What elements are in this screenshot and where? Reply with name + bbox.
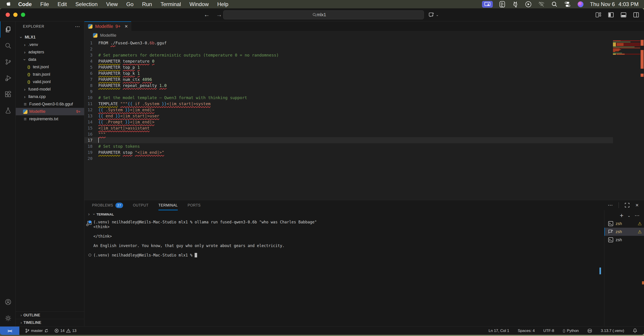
terminal-section-header[interactable]: › TERMINAL (84, 210, 644, 218)
customize-layout-icon[interactable] (596, 12, 601, 18)
language-mode-item[interactable]: {} Python (563, 328, 579, 333)
menu-item-edit[interactable]: Edit (53, 1, 71, 8)
ollama-icon[interactable] (512, 1, 519, 8)
close-tab-icon[interactable]: × (125, 23, 128, 30)
code-line-20[interactable]: 20 (84, 155, 613, 161)
notifications-bell-icon[interactable] (633, 328, 637, 333)
siri-icon[interactable] (577, 1, 584, 8)
cursor-position-item[interactable]: Ln 17, Col 1 (488, 328, 509, 333)
code-line-5[interactable]: 5PARAMETER top_p 1 (84, 64, 613, 70)
menu-item-window[interactable]: Window (185, 1, 213, 8)
code-line-6[interactable]: 6PARAMETER top_k 1 (84, 70, 613, 76)
spotlight-icon[interactable] (551, 1, 558, 8)
explorer-item-train.jsonl[interactable]: {}train.jsonl (16, 71, 84, 78)
toggle-secondary-sidebar-icon[interactable] (633, 12, 639, 18)
run-debug-activity-icon[interactable] (0, 70, 16, 86)
code-line-7[interactable]: 7PARAMETER num_ctx 4096 (84, 76, 613, 82)
panel-tab-terminal[interactable]: TERMINAL (158, 200, 178, 210)
copilot-icon[interactable] (587, 328, 592, 333)
editor[interactable]: 1FROM ./Fused-Qwen3-0.6b.gguf23# Set par… (84, 40, 644, 200)
settings-gear-icon[interactable] (0, 310, 16, 326)
terminal-content[interactable]: (.venv) neilhaddley@Neils-Mac-Studio mlx… (94, 220, 604, 326)
panel-more-actions-icon[interactable]: ⋯ (608, 202, 613, 208)
menu-item-file[interactable]: File (36, 1, 53, 8)
code-line-3[interactable]: 3# Set parameters for deterministic outp… (84, 52, 613, 58)
explorer-item-llama.cpp[interactable]: ›llama.cpp (16, 93, 84, 100)
panel-tab-problems[interactable]: PROBLEMS 27 (92, 200, 123, 210)
play-circle-icon[interactable] (525, 1, 532, 8)
toggle-primary-sidebar-icon[interactable] (608, 12, 614, 18)
code-line-13[interactable]: 13{{ end }}<|im_start|>user (84, 113, 613, 119)
code-line-4[interactable]: 4PARAMETER temperature 0 (84, 58, 613, 64)
account-icon[interactable] (0, 294, 16, 310)
explorer-item-requirements.txt[interactable]: ≡requirements.txt (16, 115, 84, 123)
command-center-search[interactable] (223, 10, 424, 19)
explorer-activity-icon[interactable] (0, 22, 16, 38)
menu-bar-clock[interactable]: Thu Nov 6 4:03 PM (590, 1, 638, 8)
terminal-scrollbar[interactable] (600, 267, 601, 274)
panel-tab-ports[interactable]: PORTS (188, 200, 201, 210)
search-activity-icon[interactable] (0, 38, 16, 54)
tab-modelfile[interactable]: Modelfile 9+ × (84, 22, 131, 31)
encoding-item[interactable]: UTF-8 (544, 328, 554, 333)
code-line-12[interactable]: 12{{ .System }}<|im_end|> (84, 107, 613, 113)
code-line-15[interactable]: 15<|im_start|>assistant (84, 125, 613, 131)
code-line-16[interactable]: 16""" (84, 131, 613, 137)
code-line-19[interactable]: 19PARAMETER stop "<|im_end|>" (84, 149, 613, 155)
breadcrumb[interactable]: Modelfile (84, 31, 644, 40)
explorer-item-.venv[interactable]: ›.venv (16, 41, 84, 49)
menu-item-run[interactable]: Run (138, 1, 156, 8)
python-interpreter-item[interactable]: 3.13.7 (.venv) (601, 328, 624, 333)
menu-item-code[interactable]: Code (14, 1, 36, 8)
notes-icon[interactable] (499, 1, 506, 8)
code-line-9[interactable]: 9 (84, 89, 613, 95)
search-input[interactable] (316, 12, 334, 17)
code-line-17[interactable]: 17 (84, 137, 613, 143)
apple-icon[interactable] (6, 2, 11, 7)
problems-status-item[interactable]: 14 13 (54, 328, 76, 333)
maximize-panel-icon[interactable] (625, 203, 630, 208)
command-pending-decoration[interactable] (88, 254, 91, 256)
new-terminal-button[interactable]: + (620, 212, 623, 219)
testing-activity-icon[interactable] (0, 103, 16, 119)
timeline-section[interactable]: ›TIMELINE (16, 319, 84, 326)
minimize-window-button[interactable] (13, 13, 18, 17)
source-control-activity-icon[interactable] (0, 54, 16, 70)
remote-indicator[interactable]: >< (0, 326, 19, 335)
terminal-tab-zsh-2[interactable]: zsh ⚠ (604, 228, 644, 236)
minimap[interactable] (613, 40, 640, 200)
panel-chevron-icon[interactable]: › (88, 211, 90, 217)
screen-mirroring-icon[interactable] (482, 1, 493, 8)
wifi-off-icon[interactable] (538, 1, 545, 8)
outline-section[interactable]: ›OUTLINE (16, 311, 84, 319)
terminal-more-actions-icon[interactable]: ⋯ (634, 213, 640, 218)
indentation-item[interactable]: Spaces: 4 (518, 328, 535, 333)
explorer-item-modelfile[interactable]: Modelfile9+ (16, 108, 84, 115)
panel-tab-output[interactable]: OUTPUT (133, 200, 148, 210)
explorer-item-fused-qwen3-0.6b.gguf[interactable]: ≡Fused-Qwen3-0.6b.gguf (16, 100, 84, 108)
code-line-8[interactable]: 8PARAMETER repeat_penalty 1.0 (84, 82, 613, 89)
explorer-more-actions-icon[interactable]: ⋯ (75, 24, 80, 30)
code-line-18[interactable]: 18# Set stop tokens (84, 143, 613, 149)
menu-item-terminal[interactable]: Terminal (156, 1, 185, 8)
code-line-14[interactable]: 14{{ .Prompt }}<|im_end|> (84, 119, 613, 125)
maximize-window-button[interactable] (21, 13, 25, 17)
git-branch-item[interactable]: master (25, 328, 48, 333)
explorer-item-test.jsonl[interactable]: {}test.jsonl (16, 63, 84, 71)
menu-item-view[interactable]: View (102, 1, 122, 8)
code-line-10[interactable]: 10# Set the model template – Qwen3 forma… (84, 95, 613, 101)
terminal-tab-zsh-1[interactable]: zsh ⚠ (604, 220, 644, 228)
copilot-command-icon[interactable]: ⌄ (429, 12, 439, 18)
control-center-icon[interactable] (564, 1, 571, 8)
code-line-1[interactable]: 1FROM ./Fused-Qwen3-0.6b.gguf (84, 40, 613, 46)
toggle-panel-icon[interactable] (620, 12, 626, 18)
navigate-back-button[interactable]: ← (204, 11, 210, 18)
explorer-item-valid.jsonl[interactable]: {}valid.jsonl (16, 78, 84, 86)
explorer-item-mlx1[interactable]: ›MLX1 (16, 34, 84, 41)
explorer-item-data[interactable]: ›data (16, 56, 84, 63)
terminal-profile-dropdown-icon[interactable]: ⌄ (628, 213, 630, 218)
code-line-2[interactable]: 2 (84, 46, 613, 52)
extensions-activity-icon[interactable] (0, 86, 16, 103)
explorer-item-fused-model[interactable]: ›fused-model (16, 86, 84, 93)
navigate-forward-button[interactable]: → (216, 11, 222, 18)
